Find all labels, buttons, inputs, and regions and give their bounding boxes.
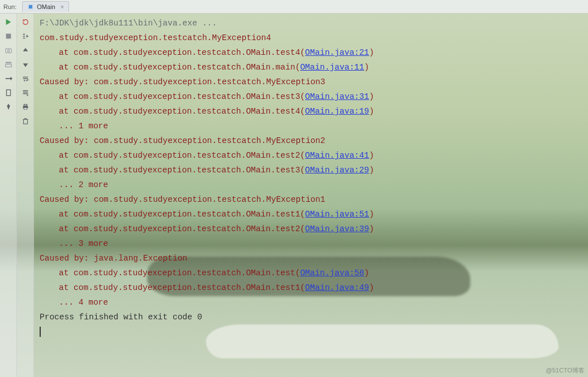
run-label: Run:	[3, 3, 16, 10]
source-link[interactable]: OMain.java:39	[305, 224, 369, 233]
java-app-icon	[27, 3, 34, 10]
stack-frame-text: at com.study.studyexception.testcatch.OM…	[59, 107, 305, 116]
svg-marker-9	[10, 77, 12, 81]
source-link[interactable]: OMain.java:11	[300, 63, 364, 72]
watermark: @51CTO博客	[546, 366, 585, 375]
up-icon[interactable]	[20, 45, 31, 55]
console-line: at com.study.studyexception.testcatch.OM…	[40, 148, 583, 163]
layout-icon[interactable]	[3, 59, 14, 70]
close-icon[interactable]: ×	[61, 3, 64, 10]
console-line: com.study.studyexception.testcatch.MyExc…	[40, 31, 583, 45]
console-line: at com.study.studyexception.testcatch.OM…	[40, 89, 583, 104]
svg-rect-6	[5, 62, 11, 64]
console-line: Caused by: com.study.studyexception.test…	[40, 192, 583, 207]
stack-frame-text: at com.study.studyexception.testcatch.OM…	[59, 224, 305, 233]
console-line: ... 3 more	[40, 236, 583, 251]
stack-frame-text: )	[369, 210, 374, 219]
down-icon[interactable]	[20, 59, 31, 70]
stack-frame-text: )	[369, 48, 374, 57]
source-link[interactable]: OMain.java:49	[305, 283, 369, 292]
source-link[interactable]: OMain.java:19	[305, 107, 369, 116]
svg-marker-16	[26, 95, 28, 97]
svg-marker-15	[23, 80, 25, 82]
camera-icon[interactable]	[3, 45, 14, 55]
stack-frame-text: )	[369, 166, 374, 175]
stack-frame-text: at com.study.studyexception.testcatch.OM…	[59, 92, 305, 101]
stack-frame-text: at com.study.studyexception.testcatch.OM…	[59, 48, 305, 57]
pin-icon[interactable]	[3, 102, 14, 112]
print-icon[interactable]	[20, 102, 31, 112]
run-icon[interactable]	[3, 17, 14, 27]
stack-frame-text: )	[364, 63, 370, 72]
source-link[interactable]: OMain.java:21	[305, 48, 369, 57]
console-line: at com.study.studyexception.testcatch.OM…	[40, 163, 583, 177]
force-icon[interactable]	[3, 73, 14, 84]
soft-wrap-icon[interactable]	[20, 73, 31, 84]
trash-icon[interactable]	[20, 116, 31, 126]
scroll-end-icon[interactable]	[20, 88, 31, 98]
console-line: F:\JDK\jdk\jdk8u111\bin\java.exe ...	[40, 16, 583, 31]
restart-icon[interactable]	[20, 17, 31, 27]
stack-frame-text: at com.study.studyexception.testcatch.OM…	[59, 63, 300, 72]
console-cursor-line	[40, 324, 583, 339]
stack-frame-text: at com.study.studyexception.testcatch.OM…	[59, 166, 305, 175]
console-line: Process finished with exit code 0	[40, 310, 583, 324]
console-line: Caused by: com.study.studyexception.test…	[40, 75, 583, 89]
svg-point-5	[7, 50, 10, 52]
svg-rect-20	[23, 119, 27, 124]
stack-frame-text: )	[369, 92, 374, 101]
tab-label: OMain	[37, 3, 55, 10]
console-line: at com.study.studyexception.testcatch.OM…	[40, 207, 583, 222]
console-line: ... 4 more	[40, 295, 583, 310]
stack-frame-text: at com.study.studyexception.testcatch.OM…	[59, 283, 305, 292]
svg-marker-2	[6, 19, 11, 25]
stack-frame-text: )	[369, 224, 374, 233]
svg-rect-19	[24, 108, 27, 110]
stop-icon[interactable]	[3, 31, 14, 41]
steps-icon[interactable]	[20, 31, 31, 41]
left-gutter-secondary	[17, 14, 34, 377]
svg-rect-3	[6, 34, 11, 39]
stack-frame-text: )	[369, 283, 374, 292]
console-line: ... 2 more	[40, 177, 583, 192]
stack-frame-text: at com.study.studyexception.testcatch.OM…	[59, 268, 300, 278]
svg-rect-1	[29, 5, 32, 8]
stack-frame-text: )	[369, 107, 374, 116]
svg-rect-4	[5, 49, 11, 53]
stack-frame-text: at com.study.studyexception.testcatch.OM…	[59, 151, 305, 160]
console-output[interactable]: F:\JDK\jdk\jdk8u111\bin\java.exe ...com.…	[34, 14, 588, 377]
stack-frame-text: )	[369, 151, 374, 160]
source-link[interactable]: OMain.java:58	[300, 268, 364, 278]
svg-marker-14	[23, 63, 28, 67]
console-line: at com.study.studyexception.testcatch.OM…	[40, 60, 583, 75]
stack-frame-text: at com.study.studyexception.testcatch.OM…	[59, 210, 305, 219]
text-cursor	[40, 327, 41, 337]
source-link[interactable]: OMain.java:51	[305, 210, 369, 219]
left-gutter-primary	[0, 14, 17, 377]
source-link[interactable]: OMain.java:29	[305, 166, 369, 175]
run-tab-omain[interactable]: OMain ×	[22, 1, 69, 12]
svg-rect-7	[5, 64, 11, 67]
console-line: at com.study.studyexception.testcatch.OM…	[40, 280, 583, 295]
console-line: Caused by: com.study.studyexception.test…	[40, 133, 583, 148]
console-line: at com.study.studyexception.testcatch.OM…	[40, 222, 583, 236]
source-link[interactable]: OMain.java:41	[305, 151, 369, 160]
console-line: at com.study.studyexception.testcatch.OM…	[40, 266, 583, 280]
console-line: at com.study.studyexception.testcatch.OM…	[40, 45, 583, 60]
run-tool-window-body: F:\JDK\jdk\jdk8u111\bin\java.exe ...com.…	[0, 14, 588, 377]
console-line: at com.study.studyexception.testcatch.OM…	[40, 104, 583, 119]
console-line: Caused by: java.lang.Exception	[40, 251, 583, 266]
source-link[interactable]: OMain.java:31	[305, 92, 369, 101]
svg-rect-18	[24, 105, 27, 106]
svg-marker-12	[26, 34, 28, 37]
svg-rect-10	[6, 90, 10, 96]
console-line: ... 1 more	[40, 119, 583, 133]
mark-icon[interactable]	[3, 88, 14, 98]
svg-marker-13	[23, 48, 28, 51]
run-tool-window-header: Run: OMain ×	[0, 0, 588, 14]
stack-frame-text: )	[364, 268, 370, 278]
